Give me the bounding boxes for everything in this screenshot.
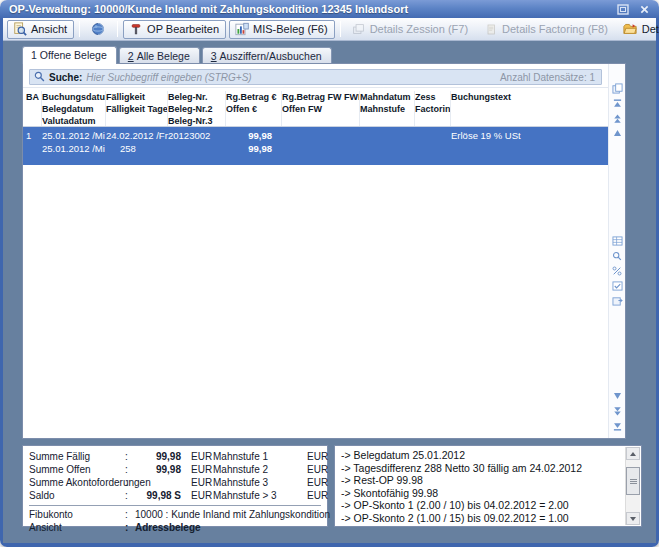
zoom-icon[interactable] bbox=[611, 250, 624, 262]
summary-value bbox=[135, 476, 183, 489]
zession-windows-icon bbox=[351, 22, 366, 37]
toolbar-separator bbox=[117, 21, 118, 37]
ansicht-label: Ansicht bbox=[31, 23, 67, 35]
cell-dates: 25.01.2012 /Mi25.01.2012 /Mi bbox=[42, 129, 106, 165]
search-bar: Suche: Anzahl Datensätze: 1 bbox=[29, 69, 602, 85]
tab-alle-belege[interactable]: 2Alle Belege bbox=[119, 47, 200, 63]
percent-icon[interactable] bbox=[611, 265, 624, 277]
op-detail-line: -> OP-Skonto 1 (2.00 / 10) bis 04.02.201… bbox=[341, 499, 621, 512]
cell-ba: 1 bbox=[26, 129, 42, 165]
tab-strip: 1Offene Belege 2Alle Belege 3Ausziffern/… bbox=[22, 45, 642, 63]
scroll-bottom-icon[interactable] bbox=[611, 420, 624, 432]
window-title: OP-Verwaltung: 10000/Kunde Inland mit Za… bbox=[9, 3, 615, 15]
grid-header: BA BuchungsdatumBelegdatumValutadatum Fä… bbox=[23, 87, 608, 127]
cell-faelligkeit: 24.02.2012 /Fr258 bbox=[106, 129, 168, 165]
bottom-panels: Summe Fällig : 99,98 EUR Mahnstufe 1 EUR… bbox=[22, 445, 642, 527]
column-header-faelligkeit[interactable]: FälligkeitFälligkeit Tage bbox=[106, 91, 168, 126]
column-header-beleg-nr[interactable]: Beleg-Nr.Beleg-Nr.2Beleg-Nr.3 bbox=[168, 91, 226, 126]
scrollbar-down-icon[interactable] bbox=[626, 512, 640, 525]
scroll-down-icon[interactable] bbox=[611, 390, 624, 402]
toolbar: Ansicht OP Bearbeiten MIS-Beleg (F6) bbox=[3, 18, 656, 41]
scroll-top-icon[interactable] bbox=[611, 97, 624, 109]
mahnstufe-label: Mahnstufe 3 bbox=[213, 476, 307, 489]
table-row-selected[interactable]: 1 25.01.2012 /Mi25.01.2012 /Mi 24.02.201… bbox=[23, 127, 608, 165]
details-factoring-button: Details Factoring (F8) bbox=[478, 20, 615, 39]
title-bar: OP-Verwaltung: 10000/Kunde Inland mit Za… bbox=[3, 0, 656, 18]
op-details-panel: -> Belegdatum 25.01.2012 -> Tagesdiffere… bbox=[334, 445, 642, 527]
search-label: Suche: bbox=[49, 72, 82, 83]
bar-chart-icon bbox=[234, 22, 249, 37]
grid-empty-area bbox=[23, 165, 608, 438]
cell-betrag-fw bbox=[282, 129, 360, 165]
details-scrollbar[interactable] bbox=[625, 447, 640, 525]
scroll-down-fast-icon[interactable] bbox=[611, 405, 624, 417]
scrollbar-up-icon[interactable] bbox=[626, 447, 640, 460]
tab-ausziffern-ausbuchen[interactable]: 3Ausziffern/Ausbuchen bbox=[202, 47, 332, 63]
op-detail-line: -> Tagesdifferenz 288 Netto 30 fällig am… bbox=[341, 462, 621, 475]
op-detail-line: -> Rest-OP 99.98 bbox=[341, 474, 621, 487]
summary-value: 99,98 bbox=[135, 463, 183, 476]
grid-view-icon[interactable] bbox=[611, 235, 624, 247]
summary-label: Saldo bbox=[29, 489, 125, 502]
fibukonto-label: Fibukonto bbox=[29, 508, 125, 521]
globe-icon bbox=[90, 22, 105, 37]
toolbar-separator bbox=[340, 21, 341, 37]
checklist-icon[interactable] bbox=[611, 280, 624, 292]
scroll-up-fast-icon[interactable] bbox=[611, 112, 624, 124]
close-icon[interactable] bbox=[636, 3, 652, 16]
export-window-icon[interactable] bbox=[611, 295, 624, 307]
details-folder-icon bbox=[623, 22, 638, 37]
cell-mahndatum bbox=[360, 129, 415, 165]
column-header-buchungstext[interactable]: Buchungstext bbox=[451, 91, 608, 126]
summary-divider bbox=[29, 505, 321, 506]
summary-panel: Summe Fällig : 99,98 EUR Mahnstufe 1 EUR… bbox=[22, 445, 328, 527]
mahnstufe-label: Mahnstufe > 3 bbox=[213, 489, 307, 502]
scroll-up-icon[interactable] bbox=[611, 127, 624, 139]
column-header-buchungsdatum[interactable]: BuchungsdatumBelegdatumValutadatum bbox=[42, 91, 106, 126]
record-count: Anzahl Datensätze: 1 bbox=[500, 72, 595, 83]
search-icon bbox=[34, 71, 45, 84]
ansicht-button[interactable]: Ansicht bbox=[7, 20, 74, 39]
op-detail-line: -> OP-Skonto 2 (1.00 / 15) bis 09.02.201… bbox=[341, 512, 621, 525]
search-input[interactable] bbox=[86, 71, 496, 84]
op-detail-line: -> Skontofähig 99.98 bbox=[341, 487, 621, 500]
table-area: Suche: Anzahl Datensätze: 1 BA Buchungsd… bbox=[23, 64, 608, 438]
details-zession-label: Details Zession (F7) bbox=[370, 23, 468, 35]
ansicht-row-label: Ansicht bbox=[29, 521, 125, 534]
copy-icon[interactable] bbox=[611, 82, 624, 94]
op-detail-line: -> Belegdatum 25.01.2012 bbox=[341, 449, 621, 462]
column-header-ba[interactable]: BA bbox=[26, 91, 42, 126]
column-header-zess[interactable]: ZessFactoring bbox=[415, 91, 451, 126]
restore-icon[interactable] bbox=[615, 3, 631, 16]
factoring-document-icon bbox=[483, 22, 498, 37]
column-header-rg-betrag-fw[interactable]: Rg.Betrag FW FWEOffen FW bbox=[282, 91, 360, 126]
details-button[interactable]: Details (F9) bbox=[618, 20, 659, 39]
cell-buchungstext: Erlöse 19 % USt bbox=[451, 129, 608, 165]
grid-side-toolbar bbox=[608, 64, 625, 438]
details-label: Details (F9) bbox=[642, 23, 659, 35]
mis-beleg-button[interactable]: MIS-Beleg (F6) bbox=[229, 20, 335, 39]
toolbar-separator bbox=[79, 21, 80, 37]
summary-label: Summe Offen bbox=[29, 463, 125, 476]
mahnstufe-label: Mahnstufe 1 bbox=[213, 450, 307, 463]
mahnstufe-label: Mahnstufe 2 bbox=[213, 463, 307, 476]
tab-offene-belege[interactable]: 1Offene Belege bbox=[22, 46, 117, 64]
view-magnifier-icon bbox=[12, 22, 27, 37]
summary-value: 99,98 S bbox=[135, 489, 183, 502]
details-zession-button: Details Zession (F7) bbox=[346, 20, 475, 39]
scrollbar-thumb[interactable] bbox=[626, 467, 640, 495]
cell-beleg-nr: 20123002 bbox=[168, 129, 226, 165]
edit-pin-icon bbox=[128, 22, 143, 37]
column-header-rg-betrag[interactable]: Rg.Betrag €Offen € bbox=[226, 91, 282, 126]
app-window: OP-Verwaltung: 10000/Kunde Inland mit Za… bbox=[0, 0, 659, 547]
preview-button[interactable] bbox=[85, 20, 112, 39]
window-controls bbox=[615, 3, 652, 16]
grid-panel: Suche: Anzahl Datensätze: 1 BA Buchungsd… bbox=[22, 63, 626, 439]
summary-value: 99,98 bbox=[135, 450, 183, 463]
cell-zess bbox=[415, 129, 451, 165]
column-header-mahndatum[interactable]: MahndatumMahnstufe bbox=[360, 91, 415, 126]
details-factoring-label: Details Factoring (F8) bbox=[502, 23, 608, 35]
op-bearbeiten-button[interactable]: OP Bearbeiten bbox=[123, 20, 226, 39]
fibukonto-value: 10000 : Kunde Inland mit Zahlungskonditi… bbox=[135, 508, 330, 521]
ansicht-row-value: Adressbelege bbox=[135, 521, 330, 534]
